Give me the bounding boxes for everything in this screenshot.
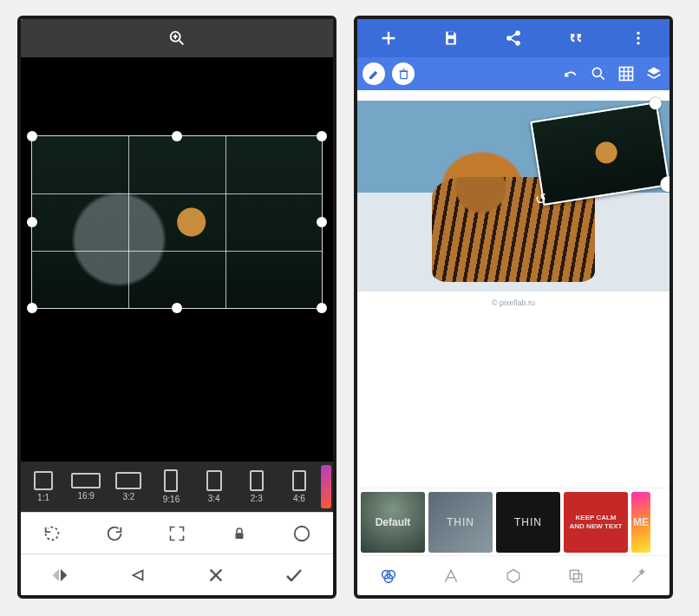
design-canvas[interactable]: ↺ © pixellab.ru [357, 90, 670, 488]
svg-point-17 [637, 32, 639, 35]
more-icon[interactable] [628, 28, 649, 49]
preset-label: THIN [447, 516, 474, 528]
ratio-1-1[interactable]: 1:1 [23, 471, 64, 502]
quote-icon[interactable] [565, 28, 586, 49]
ratio-label: 16:9 [77, 491, 94, 501]
text-tab-icon[interactable] [441, 566, 461, 587]
edit-button[interactable] [363, 62, 385, 85]
crop-handle-bc[interactable] [172, 303, 182, 313]
svg-rect-34 [570, 570, 578, 579]
ratio-9-16[interactable]: 9:16 [150, 469, 192, 504]
svg-line-24 [601, 76, 604, 80]
ratio-2-3[interactable]: 2:3 [236, 470, 278, 503]
rotate-ccw-icon[interactable] [42, 523, 62, 544]
ratio-more-peek[interactable] [321, 465, 331, 508]
flip-horizontal-icon[interactable] [49, 565, 70, 586]
tool-row [21, 512, 333, 554]
svg-rect-10 [448, 32, 454, 36]
crop-handle-tr[interactable] [317, 131, 327, 141]
ratio-label: 3:4 [208, 494, 220, 503]
ratio-3-2[interactable]: 3:2 [108, 472, 149, 501]
svg-point-19 [637, 42, 639, 44]
crop-frame[interactable] [31, 135, 323, 309]
ratio-label: 9:16 [163, 495, 180, 504]
crop-handle-br[interactable] [317, 303, 327, 313]
svg-marker-33 [507, 569, 519, 582]
flip-vertical-icon[interactable] [127, 565, 148, 586]
zoom-bar [21, 19, 333, 57]
ratio-4-6[interactable]: 4:6 [278, 470, 320, 503]
top-toolbar [357, 19, 670, 57]
svg-rect-20 [400, 71, 407, 78]
bottom-tab-row [357, 555, 670, 595]
crop-handle-tl[interactable] [27, 131, 37, 141]
shape-tab-icon[interactable] [503, 566, 524, 587]
ratio-label: 3:2 [122, 492, 134, 501]
preset-row: Default THIN THIN KEEP CALM AND NEW TEXT… [357, 488, 670, 555]
svg-rect-25 [620, 68, 633, 81]
zoom-icon[interactable] [588, 63, 609, 84]
confirm-icon[interactable] [284, 565, 304, 586]
preset-thin-1[interactable]: THIN [428, 492, 493, 553]
add-icon[interactable] [378, 28, 399, 49]
ratio-label: 1:1 [37, 493, 49, 502]
preset-keepcalm[interactable]: KEEP CALM AND NEW TEXT [564, 492, 628, 553]
crop-handle-ml[interactable] [27, 217, 37, 227]
crop-canvas[interactable] [21, 57, 333, 462]
ratio-3-4[interactable]: 3:4 [193, 470, 235, 503]
svg-line-15 [511, 34, 517, 37]
preset-me[interactable]: ME [631, 492, 650, 553]
overlay-tab-icon[interactable] [565, 566, 586, 587]
preset-label: KEEP CALM AND NEW TEXT [567, 514, 624, 530]
svg-point-23 [592, 68, 601, 76]
crop-handle-mr[interactable] [317, 217, 327, 227]
lock-icon[interactable] [229, 523, 250, 544]
cancel-icon[interactable] [206, 565, 226, 586]
ratio-label: 4:6 [293, 494, 305, 503]
selection-toolbar [357, 57, 670, 90]
crop-handle-bl[interactable] [27, 303, 37, 313]
rotate-cw-icon[interactable] [104, 523, 125, 544]
rotate-handle-icon[interactable]: ↺ [534, 190, 548, 208]
svg-point-18 [637, 36, 639, 39]
preset-thin-2[interactable]: THIN [496, 492, 560, 553]
layers-icon[interactable] [643, 63, 664, 84]
preset-label: Default [376, 516, 411, 528]
crop-handle-tc[interactable] [172, 131, 182, 141]
action-row [21, 554, 333, 595]
crop-editor-phone: 1:1 16:9 3:2 9:16 3:4 2:3 4:6 [17, 16, 336, 599]
magic-tab-icon[interactable] [628, 566, 649, 587]
ratio-label: 2:3 [251, 494, 263, 503]
svg-line-1 [180, 41, 184, 45]
svg-rect-11 [448, 39, 454, 43]
svg-point-5 [295, 526, 310, 541]
ratio-16-9[interactable]: 16:9 [65, 473, 107, 501]
fullscreen-icon[interactable] [167, 523, 187, 544]
caption: © pixellab.ru [357, 298, 670, 307]
svg-rect-4 [236, 533, 244, 539]
preset-default[interactable]: Default [361, 492, 425, 553]
svg-line-16 [511, 39, 517, 43]
save-icon[interactable] [441, 28, 461, 49]
undo-icon[interactable] [560, 63, 581, 84]
preset-label: ME [633, 516, 649, 528]
filters-tab-icon[interactable] [378, 566, 399, 587]
zoom-in-icon[interactable] [167, 28, 187, 49]
ellipse-crop-icon[interactable] [291, 523, 312, 544]
svg-rect-35 [574, 573, 582, 581]
grid-icon[interactable] [616, 63, 637, 84]
aspect-ratio-row: 1:1 16:9 3:2 9:16 3:4 2:3 4:6 [21, 462, 333, 512]
crop-image [32, 136, 322, 308]
delete-button[interactable] [392, 62, 415, 85]
design-editor-phone: ↺ © pixellab.ru Default THIN THIN KEEP C… [354, 16, 673, 599]
share-icon[interactable] [503, 28, 524, 49]
preset-label: THIN [514, 516, 542, 528]
